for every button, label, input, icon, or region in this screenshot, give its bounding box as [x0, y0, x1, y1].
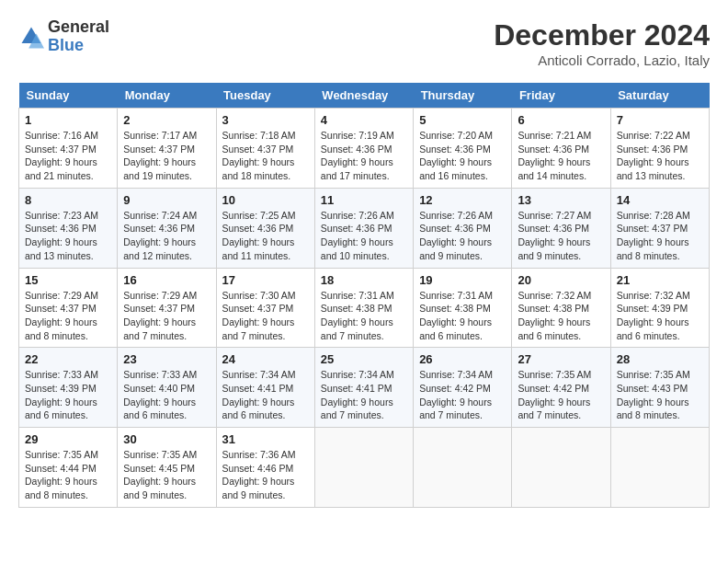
- calendar-cell: 6Sunrise: 7:21 AM Sunset: 4:36 PM Daylig…: [512, 109, 610, 189]
- day-number: 21: [617, 273, 703, 287]
- day-info: Sunrise: 7:35 AM Sunset: 4:44 PM Dayligh…: [25, 448, 111, 502]
- day-number: 14: [617, 193, 703, 207]
- calendar-cell: 4Sunrise: 7:19 AM Sunset: 4:36 PM Daylig…: [314, 109, 413, 189]
- calendar-week-row: 29Sunrise: 7:35 AM Sunset: 4:44 PM Dayli…: [19, 428, 710, 508]
- day-info: Sunrise: 7:31 AM Sunset: 4:38 PM Dayligh…: [419, 289, 506, 343]
- calendar-header-row: SundayMondayTuesdayWednesdayThursdayFrid…: [19, 83, 710, 109]
- day-info: Sunrise: 7:16 AM Sunset: 4:37 PM Dayligh…: [25, 129, 111, 183]
- day-number: 25: [321, 352, 407, 366]
- calendar-cell: 23Sunrise: 7:33 AM Sunset: 4:40 PM Dayli…: [118, 348, 216, 428]
- calendar-cell: 8Sunrise: 7:23 AM Sunset: 4:36 PM Daylig…: [19, 188, 118, 268]
- day-info: Sunrise: 7:30 AM Sunset: 4:37 PM Dayligh…: [222, 289, 309, 343]
- calendar-cell: 12Sunrise: 7:26 AM Sunset: 4:36 PM Dayli…: [414, 188, 512, 268]
- day-info: Sunrise: 7:35 AM Sunset: 4:45 PM Dayligh…: [123, 448, 210, 502]
- calendar-cell: 28Sunrise: 7:35 AM Sunset: 4:43 PM Dayli…: [610, 348, 709, 428]
- day-number: 19: [419, 273, 506, 287]
- day-number: 6: [518, 113, 604, 127]
- logo-line2: Blue: [48, 37, 109, 55]
- calendar-header-tuesday: Tuesday: [216, 83, 314, 109]
- calendar-cell: 11Sunrise: 7:26 AM Sunset: 4:36 PM Dayli…: [314, 188, 413, 268]
- day-number: 18: [321, 273, 407, 287]
- day-info: Sunrise: 7:35 AM Sunset: 4:42 PM Dayligh…: [518, 368, 604, 422]
- day-number: 16: [123, 273, 210, 287]
- day-number: 12: [419, 193, 506, 207]
- day-info: Sunrise: 7:28 AM Sunset: 4:37 PM Dayligh…: [617, 209, 703, 263]
- calendar-cell: 30Sunrise: 7:35 AM Sunset: 4:45 PM Dayli…: [118, 428, 216, 508]
- day-number: 1: [25, 113, 111, 127]
- calendar-cell: 13Sunrise: 7:27 AM Sunset: 4:36 PM Dayli…: [512, 188, 610, 268]
- day-info: Sunrise: 7:27 AM Sunset: 4:36 PM Dayligh…: [518, 209, 604, 263]
- logo: General Blue: [18, 18, 109, 55]
- day-number: 22: [25, 352, 111, 366]
- calendar-cell: 15Sunrise: 7:29 AM Sunset: 4:37 PM Dayli…: [19, 268, 118, 348]
- calendar-cell: 22Sunrise: 7:33 AM Sunset: 4:39 PM Dayli…: [19, 348, 118, 428]
- day-number: 10: [222, 193, 309, 207]
- calendar-cell: 10Sunrise: 7:25 AM Sunset: 4:36 PM Dayli…: [216, 188, 314, 268]
- day-number: 4: [321, 113, 407, 127]
- day-info: Sunrise: 7:33 AM Sunset: 4:40 PM Dayligh…: [123, 368, 210, 422]
- day-info: Sunrise: 7:29 AM Sunset: 4:37 PM Dayligh…: [123, 289, 210, 343]
- day-number: 2: [123, 113, 210, 127]
- calendar-header-thursday: Thursday: [414, 83, 512, 109]
- day-info: Sunrise: 7:36 AM Sunset: 4:46 PM Dayligh…: [222, 448, 309, 502]
- day-info: Sunrise: 7:18 AM Sunset: 4:37 PM Dayligh…: [222, 129, 309, 183]
- calendar-cell: 24Sunrise: 7:34 AM Sunset: 4:41 PM Dayli…: [216, 348, 314, 428]
- day-info: Sunrise: 7:19 AM Sunset: 4:36 PM Dayligh…: [321, 129, 407, 183]
- day-info: Sunrise: 7:23 AM Sunset: 4:36 PM Dayligh…: [25, 209, 111, 263]
- day-info: Sunrise: 7:24 AM Sunset: 4:36 PM Dayligh…: [123, 209, 210, 263]
- day-info: Sunrise: 7:33 AM Sunset: 4:39 PM Dayligh…: [25, 368, 111, 422]
- day-info: Sunrise: 7:21 AM Sunset: 4:36 PM Dayligh…: [518, 129, 604, 183]
- calendar-cell: 2Sunrise: 7:17 AM Sunset: 4:37 PM Daylig…: [118, 109, 216, 189]
- day-number: 3: [222, 113, 309, 127]
- calendar-cell: 20Sunrise: 7:32 AM Sunset: 4:38 PM Dayli…: [512, 268, 610, 348]
- calendar-week-row: 1Sunrise: 7:16 AM Sunset: 4:37 PM Daylig…: [19, 109, 710, 189]
- day-info: Sunrise: 7:34 AM Sunset: 4:42 PM Dayligh…: [419, 368, 506, 422]
- day-info: Sunrise: 7:26 AM Sunset: 4:36 PM Dayligh…: [419, 209, 506, 263]
- day-info: Sunrise: 7:34 AM Sunset: 4:41 PM Dayligh…: [321, 368, 407, 422]
- calendar-cell: 17Sunrise: 7:30 AM Sunset: 4:37 PM Dayli…: [216, 268, 314, 348]
- day-info: Sunrise: 7:32 AM Sunset: 4:39 PM Dayligh…: [617, 289, 703, 343]
- calendar-cell: 29Sunrise: 7:35 AM Sunset: 4:44 PM Dayli…: [19, 428, 118, 508]
- calendar-cell: 27Sunrise: 7:35 AM Sunset: 4:42 PM Dayli…: [512, 348, 610, 428]
- day-info: Sunrise: 7:35 AM Sunset: 4:43 PM Dayligh…: [617, 368, 703, 422]
- calendar-table: SundayMondayTuesdayWednesdayThursdayFrid…: [18, 83, 710, 508]
- day-number: 9: [123, 193, 210, 207]
- calendar-cell: 19Sunrise: 7:31 AM Sunset: 4:38 PM Dayli…: [414, 268, 512, 348]
- calendar-week-row: 15Sunrise: 7:29 AM Sunset: 4:37 PM Dayli…: [19, 268, 710, 348]
- calendar-cell: [414, 428, 512, 508]
- day-info: Sunrise: 7:31 AM Sunset: 4:38 PM Dayligh…: [321, 289, 407, 343]
- day-number: 17: [222, 273, 309, 287]
- calendar-cell: [512, 428, 610, 508]
- day-number: 29: [25, 432, 111, 446]
- day-number: 31: [222, 432, 309, 446]
- logo-text: General Blue: [48, 18, 109, 55]
- calendar-cell: 5Sunrise: 7:20 AM Sunset: 4:36 PM Daylig…: [414, 109, 512, 189]
- calendar-header-friday: Friday: [512, 83, 610, 109]
- logo-icon: [18, 24, 44, 50]
- day-info: Sunrise: 7:17 AM Sunset: 4:37 PM Dayligh…: [123, 129, 210, 183]
- calendar-cell: 25Sunrise: 7:34 AM Sunset: 4:41 PM Dayli…: [314, 348, 413, 428]
- day-info: Sunrise: 7:22 AM Sunset: 4:36 PM Dayligh…: [617, 129, 703, 183]
- calendar-week-row: 22Sunrise: 7:33 AM Sunset: 4:39 PM Dayli…: [19, 348, 710, 428]
- page-header: General Blue December 2024 Anticoli Corr…: [18, 18, 710, 68]
- month-title: December 2024: [494, 18, 710, 52]
- location: Anticoli Corrado, Lazio, Italy: [494, 52, 710, 68]
- calendar-header-saturday: Saturday: [610, 83, 709, 109]
- day-number: 11: [321, 193, 407, 207]
- calendar-cell: 7Sunrise: 7:22 AM Sunset: 4:36 PM Daylig…: [610, 109, 709, 189]
- day-info: Sunrise: 7:20 AM Sunset: 4:36 PM Dayligh…: [419, 129, 506, 183]
- day-number: 23: [123, 352, 210, 366]
- calendar-cell: 21Sunrise: 7:32 AM Sunset: 4:39 PM Dayli…: [610, 268, 709, 348]
- day-number: 30: [123, 432, 210, 446]
- calendar-cell: [610, 428, 709, 508]
- calendar-cell: 18Sunrise: 7:31 AM Sunset: 4:38 PM Dayli…: [314, 268, 413, 348]
- calendar-header-wednesday: Wednesday: [314, 83, 413, 109]
- title-block: December 2024 Anticoli Corrado, Lazio, I…: [494, 18, 710, 68]
- day-number: 15: [25, 273, 111, 287]
- calendar-cell: 26Sunrise: 7:34 AM Sunset: 4:42 PM Dayli…: [414, 348, 512, 428]
- calendar-cell: 31Sunrise: 7:36 AM Sunset: 4:46 PM Dayli…: [216, 428, 314, 508]
- day-info: Sunrise: 7:32 AM Sunset: 4:38 PM Dayligh…: [518, 289, 604, 343]
- calendar-cell: [314, 428, 413, 508]
- calendar-cell: 3Sunrise: 7:18 AM Sunset: 4:37 PM Daylig…: [216, 109, 314, 189]
- day-number: 28: [617, 352, 703, 366]
